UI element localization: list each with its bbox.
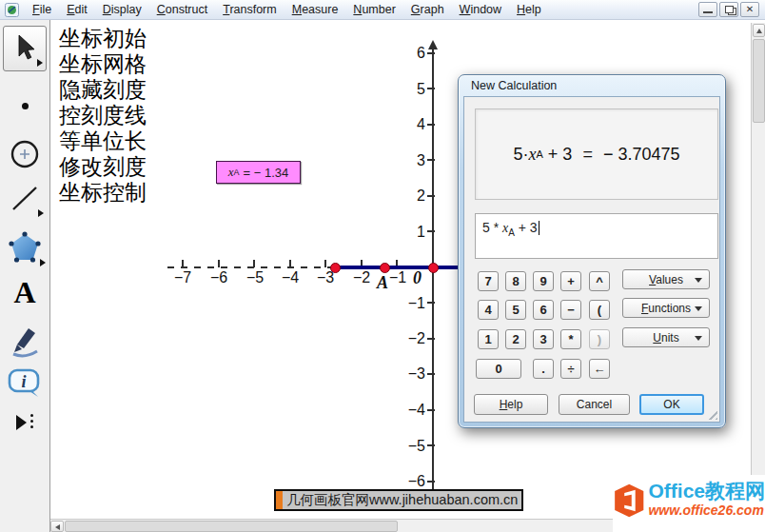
key-divide[interactable]: ÷ (560, 359, 581, 379)
dialog-client-area: 5·xA+ 3=− 3.70475 5 * xA + 3 7 8 9 + ^ 4… (463, 96, 720, 423)
chevron-down-icon (695, 306, 702, 311)
y-axis-tick-label: 4 (393, 116, 425, 133)
custom-tool[interactable] (0, 411, 49, 431)
information-tool[interactable]: i (0, 366, 49, 401)
y-axis-tick (427, 88, 435, 89)
x-axis-tick-label: −5 (242, 269, 268, 286)
selection-arrow-icon (10, 33, 39, 64)
polygon-tool[interactable] (0, 230, 49, 265)
help-button[interactable]: Help (474, 394, 548, 415)
marker-icon (8, 322, 42, 358)
text-tool[interactable]: A (0, 278, 49, 306)
action-button-edit-ticks[interactable]: 修改刻度 (59, 154, 147, 180)
key-plus[interactable]: + (560, 271, 581, 291)
y-axis-tick (427, 481, 435, 483)
menu-measure[interactable]: Measure (284, 1, 346, 18)
key-6[interactable]: 6 (533, 300, 554, 320)
cancel-button[interactable]: Cancel (559, 394, 630, 415)
key-decimal[interactable]: . (533, 359, 554, 379)
custom-tool-dots-icon (30, 411, 33, 431)
y-axis-tick-label: 6 (393, 45, 425, 62)
x-axis-tick (218, 260, 220, 267)
vertical-scrollbar[interactable] (751, 23, 765, 519)
key-9[interactable]: 9 (533, 271, 554, 291)
functions-dropdown[interactable]: Functions (622, 298, 710, 318)
origin-label: 0 (413, 268, 422, 288)
selection-arrow-tool[interactable] (3, 26, 47, 71)
measurement-label-xa[interactable]: xA= − 1.34 (216, 161, 301, 184)
menu-transform[interactable]: Transform (215, 1, 284, 18)
key-4[interactable]: 4 (478, 300, 499, 320)
units-dropdown[interactable]: Units (622, 327, 710, 347)
point-segment-end[interactable] (330, 263, 341, 273)
values-dropdown[interactable]: Values (622, 269, 710, 289)
arrow-up-icon (756, 29, 762, 33)
action-button-hide-ticks[interactable]: 隐藏刻度 (59, 77, 147, 103)
y-axis-tick (427, 444, 435, 446)
action-button-coord-grid[interactable]: 坐标网格 (59, 51, 147, 77)
point-origin[interactable] (428, 263, 439, 273)
information-icon: i (7, 366, 43, 401)
x-axis-tick (253, 260, 255, 267)
key-caret[interactable]: ^ (589, 271, 610, 291)
y-axis-tick (427, 124, 435, 126)
minimize-button[interactable] (698, 2, 717, 17)
office-logo-icon (613, 475, 645, 526)
menu-number[interactable]: Number (345, 1, 402, 18)
sketchpad-window: File Edit Display Construct Transform Me… (0, 0, 765, 532)
resize-grip[interactable] (705, 407, 717, 420)
key-minus[interactable]: − (560, 300, 581, 320)
marker-tool[interactable] (0, 322, 49, 358)
key-0[interactable]: 0 (476, 359, 521, 379)
watermark-accent (276, 491, 283, 509)
key-1[interactable]: 1 (478, 329, 499, 349)
action-button-tick-lines[interactable]: 控刻度线 (59, 103, 147, 128)
expression-input[interactable]: 5 * xA + 3 (475, 213, 718, 259)
straightedge-icon (9, 183, 41, 215)
point-tool[interactable] (0, 103, 49, 109)
menu-bar: File Edit Display Construct Transform Me… (0, 0, 765, 20)
vertical-scroll-thumb[interactable] (753, 39, 765, 123)
y-axis-tick-label: 2 (393, 187, 425, 205)
key-8[interactable]: 8 (505, 271, 526, 291)
horizontal-scroll-thumb[interactable] (65, 521, 398, 532)
straightedge-tool[interactable] (0, 183, 49, 215)
restore-button[interactable] (719, 2, 738, 17)
chevron-down-icon (695, 336, 702, 341)
minimize-icon (703, 11, 713, 13)
menu-construct[interactable]: Construct (149, 1, 216, 18)
x-axis-dashed-line (167, 266, 336, 268)
menu-file[interactable]: File (25, 1, 59, 18)
close-icon: ✕ (741, 3, 758, 16)
menu-edit[interactable]: Edit (59, 1, 95, 18)
compass-tool[interactable] (0, 138, 49, 170)
logo-title: Office教程网 (648, 481, 765, 502)
menu-help[interactable]: Help (509, 1, 549, 18)
action-button-list: 坐标初始 坐标网格 隐藏刻度 控刻度线 等单位长 修改刻度 坐标控制 (59, 26, 147, 206)
key-open-paren[interactable]: ( (589, 300, 610, 320)
ok-button[interactable]: OK (639, 394, 704, 415)
key-multiply[interactable]: * (560, 329, 581, 349)
key-5[interactable]: 5 (505, 300, 526, 320)
x-axis-tick-label: −4 (277, 269, 304, 286)
scroll-left-button[interactable] (50, 521, 64, 532)
key-2[interactable]: 2 (505, 329, 526, 349)
x-axis-tick (324, 260, 326, 267)
compass-icon (9, 138, 41, 170)
action-button-equal-unit[interactable]: 等单位长 (59, 128, 147, 154)
point-a[interactable] (380, 263, 390, 273)
custom-tool-icon (16, 415, 27, 430)
key-7[interactable]: 7 (478, 271, 499, 291)
key-backspace[interactable]: ← (589, 359, 610, 379)
x-axis-tick-label: −7 (169, 269, 196, 286)
menu-window[interactable]: Window (452, 1, 509, 18)
action-button-coord-control[interactable]: 坐标控制 (59, 180, 147, 206)
scroll-up-button[interactable] (753, 24, 765, 37)
menu-display[interactable]: Display (95, 1, 149, 18)
action-button-coord-init[interactable]: 坐标初始 (59, 26, 147, 51)
segment-blue[interactable] (334, 266, 461, 269)
menu-graph[interactable]: Graph (403, 1, 452, 18)
close-button[interactable]: ✕ (740, 2, 759, 17)
watermark-bar: 几何画板官网www.jihehuaban.com.cn (274, 489, 523, 511)
key-3[interactable]: 3 (533, 329, 554, 349)
